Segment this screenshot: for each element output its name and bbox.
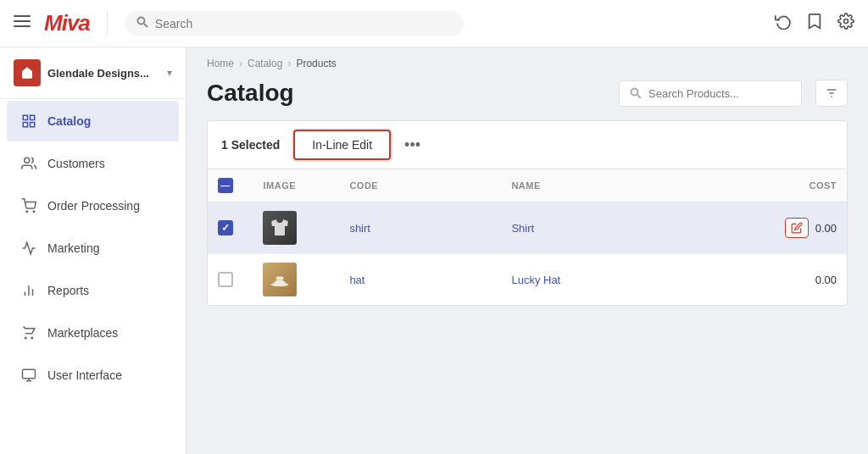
row-checkbox-cell: [208, 202, 253, 254]
svg-rect-9: [23, 123, 27, 127]
menu-icon[interactable]: [14, 13, 31, 34]
topbar-actions: [775, 13, 854, 34]
customers-icon: [20, 155, 37, 172]
breadcrumb-catalog[interactable]: Catalog: [248, 58, 282, 69]
breadcrumb: Home › Catalog › Products: [186, 47, 868, 73]
order-processing-label: Order Processing: [47, 199, 140, 213]
layout: Glendale Designs... ▾ Catalog Customers: [0, 47, 868, 454]
inline-edit-button[interactable]: In-Line Edit: [293, 130, 391, 160]
search-bar[interactable]: [125, 11, 464, 36]
shirt-image: [263, 211, 297, 245]
product-code-link-hat[interactable]: hat: [349, 274, 364, 286]
col-header-image: IMAGE: [253, 169, 339, 202]
row-checkbox-shirt[interactable]: [218, 220, 233, 235]
row-code-cell: shirt: [339, 202, 501, 254]
breadcrumb-sep-2: ›: [287, 58, 291, 69]
search-products-input[interactable]: [648, 87, 791, 100]
page-title: Catalog: [207, 80, 605, 107]
table-toolbar: 1 Selected In-Line Edit •••: [207, 120, 848, 169]
filter-button[interactable]: [815, 80, 848, 107]
chevron-down-icon: ▾: [167, 67, 172, 79]
topbar-divider: [107, 12, 108, 36]
select-all-checkbox[interactable]: [218, 178, 233, 193]
marketplaces-label: Marketplaces: [47, 326, 118, 340]
catalog-icon: [20, 113, 37, 130]
svg-point-17: [31, 337, 33, 339]
row-checkbox-hat[interactable]: [218, 272, 233, 287]
svg-point-21: [632, 89, 638, 96]
sidebar-nav: Catalog Customers Order Processing: [0, 99, 186, 397]
more-actions-button[interactable]: •••: [404, 136, 420, 154]
reports-icon: [20, 282, 37, 299]
svg-point-11: [26, 211, 28, 213]
marketplaces-icon: [20, 324, 37, 341]
svg-rect-7: [31, 115, 35, 119]
hat-image: [263, 263, 297, 296]
search-products-icon: [630, 87, 642, 99]
svg-line-4: [144, 24, 147, 27]
svg-rect-6: [23, 115, 27, 119]
breadcrumb-sep-1: ›: [239, 58, 242, 69]
row-image-cell: [253, 202, 339, 254]
row-code-cell: hat: [339, 254, 501, 306]
store-selector[interactable]: Glendale Designs... ▾: [0, 47, 186, 99]
inline-edit-row-button-shirt[interactable]: [785, 218, 809, 238]
reports-label: Reports: [47, 284, 89, 297]
product-name-link-hat[interactable]: Lucky Hat: [511, 274, 560, 286]
history-icon[interactable]: [775, 13, 792, 34]
svg-point-10: [25, 158, 30, 163]
cost-value-shirt: 0.00: [815, 222, 837, 235]
ui-label: User Interface: [47, 368, 122, 382]
sidebar-item-customers[interactable]: Customers: [7, 143, 179, 184]
marketing-icon: [20, 240, 37, 257]
col-header-code: CODE: [339, 169, 501, 202]
filter-icon: [825, 86, 838, 100]
svg-rect-0: [14, 15, 31, 17]
store-name: Glendale Designs...: [47, 67, 160, 80]
table-head: IMAGE CODE NAME COST: [208, 169, 847, 202]
breadcrumb-home[interactable]: Home: [207, 58, 234, 69]
svg-point-16: [25, 337, 27, 339]
sidebar-item-catalog[interactable]: Catalog: [7, 101, 179, 141]
sidebar-item-order-processing[interactable]: Order Processing: [7, 185, 179, 226]
row-cost-cell: 0.00: [717, 202, 847, 254]
settings-icon[interactable]: [837, 13, 854, 34]
svg-point-5: [844, 19, 849, 24]
bookmark-icon[interactable]: [807, 13, 822, 34]
svg-line-22: [637, 95, 641, 98]
sidebar-item-marketplaces[interactable]: Marketplaces: [7, 313, 179, 353]
col-header-name: NAME: [501, 169, 717, 202]
svg-rect-2: [14, 25, 31, 27]
main-content: Home › Catalog › Products Catalog 1 Sele…: [186, 47, 868, 454]
svg-rect-1: [14, 20, 31, 22]
search-icon: [136, 16, 148, 30]
catalog-label: Catalog: [47, 114, 91, 128]
table-row: hat Lucky Hat 0.00: [208, 254, 847, 306]
sidebar-item-marketing[interactable]: Marketing: [7, 228, 179, 269]
selected-badge: 1 Selected: [221, 138, 280, 152]
sidebar-item-reports[interactable]: Reports: [7, 270, 179, 311]
product-code-link-shirt[interactable]: shirt: [349, 222, 370, 235]
edit-pencil-icon: [791, 222, 803, 234]
store-icon: [14, 59, 41, 86]
row-name-cell: Lucky Hat: [501, 254, 717, 306]
breadcrumb-products: Products: [296, 58, 336, 69]
table-body: shirt Shirt 0.00: [208, 202, 847, 306]
svg-rect-18: [23, 369, 36, 379]
shirt-svg: [270, 218, 290, 238]
search-input[interactable]: [155, 17, 452, 30]
row-name-cell: Shirt: [501, 202, 717, 254]
topbar: Miva: [0, 0, 868, 47]
sidebar-item-user-interface[interactable]: User Interface: [7, 355, 179, 396]
svg-point-12: [33, 211, 35, 213]
sidebar: Glendale Designs... ▾ Catalog Customers: [0, 47, 186, 454]
customers-label: Customers: [47, 157, 105, 170]
row-cost-cell: 0.00: [717, 254, 847, 306]
page-header: Catalog: [186, 73, 868, 120]
product-name-link-shirt[interactable]: Shirt: [511, 222, 534, 235]
search-products-bar[interactable]: [619, 80, 802, 107]
svg-rect-8: [31, 123, 35, 127]
row-image-cell: [253, 254, 339, 306]
cost-value-hat: 0.00: [815, 274, 837, 286]
products-table: IMAGE CODE NAME COST: [208, 169, 847, 305]
